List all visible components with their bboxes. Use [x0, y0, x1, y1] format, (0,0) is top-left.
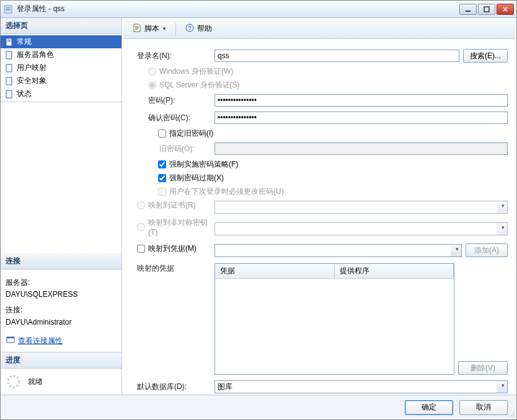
ok-button[interactable]: 确定 — [405, 400, 453, 415]
default-db-select[interactable]: 图库 — [214, 380, 508, 393]
svg-rect-2 — [6, 9, 11, 11]
svg-rect-3 — [466, 11, 471, 12]
windows-auth-radio — [148, 68, 156, 76]
window-title: 登录属性 - qss — [17, 4, 459, 14]
help-label: 帮助 — [197, 24, 212, 34]
help-button[interactable]: ? 帮助 — [181, 21, 216, 37]
mapped-cred-label: 映射的凭据 — [137, 261, 214, 375]
chevron-down-icon: ▼ — [162, 26, 167, 32]
sidebar: 选择页 常规 服务器角色 用户映射 安全对象 — [1, 18, 122, 395]
svg-text:?: ? — [188, 25, 191, 31]
default-db-label: 默认数据库(D): — [137, 382, 214, 392]
must-change-checkbox — [158, 188, 166, 196]
col-credential[interactable]: 凭据 — [215, 264, 335, 278]
svg-rect-10 — [6, 77, 12, 85]
nav-user-mapping[interactable]: 用户映射 — [1, 61, 122, 74]
map-asym-label: 映射到非对称密钥(T) — [148, 217, 214, 237]
col-provider[interactable]: 提供程序 — [335, 264, 454, 278]
map-cred-checkbox[interactable] — [137, 245, 145, 253]
page-icon — [4, 37, 14, 47]
map-cert-radio — [137, 201, 145, 209]
svg-point-14 — [8, 376, 19, 387]
old-password-label: 旧密码(O): — [137, 144, 214, 154]
script-button[interactable]: 脚本 ▼ — [128, 21, 170, 37]
progress-header: 进度 — [1, 352, 122, 369]
enforce-policy-checkbox[interactable] — [158, 160, 166, 168]
toolbar-separator — [175, 23, 176, 35]
resize-grip-icon[interactable] — [508, 411, 516, 419]
login-name-input[interactable] — [214, 50, 459, 62]
connection-value: DAYU\Administrator — [6, 317, 117, 328]
close-button[interactable] — [497, 4, 514, 15]
page-icon — [4, 50, 14, 60]
svg-rect-7 — [7, 41, 11, 42]
nav-label: 服务器角色 — [17, 50, 54, 60]
connection-label: 连接: — [6, 304, 117, 316]
sql-auth-label: SQL Server 身份验证(S) — [159, 80, 240, 90]
specify-old-password-checkbox[interactable] — [158, 129, 166, 138]
svg-rect-4 — [484, 7, 489, 12]
page-icon — [4, 76, 14, 86]
nav-status[interactable]: 状态 — [1, 87, 122, 100]
map-asym-select — [214, 222, 508, 235]
page-icon — [4, 63, 14, 73]
password-input[interactable] — [214, 94, 508, 107]
nav-label: 用户映射 — [17, 63, 46, 73]
confirm-password-input[interactable] — [214, 112, 508, 124]
page-icon — [4, 89, 14, 99]
nav-securables[interactable]: 安全对象 — [1, 74, 122, 87]
nav-label: 常规 — [17, 37, 32, 47]
table-body — [215, 279, 454, 374]
specify-old-password-label: 指定旧密码(I) — [169, 128, 213, 139]
pages-header: 选择页 — [1, 18, 122, 34]
confirm-password-label: 确认密码(C): — [137, 113, 214, 123]
map-cred-select[interactable] — [214, 244, 462, 257]
svg-rect-11 — [6, 90, 12, 98]
enforce-expire-label: 强制密码过期(X) — [169, 173, 224, 183]
old-password-input — [214, 142, 508, 155]
svg-rect-5 — [6, 38, 12, 46]
server-value: DAYU\SQLEXPRESS — [6, 289, 117, 300]
toolbar: 脚本 ▼ ? 帮助 — [123, 19, 515, 39]
map-asym-radio — [137, 223, 145, 231]
script-label: 脚本 — [144, 24, 159, 34]
nav-general[interactable]: 常规 — [1, 35, 122, 48]
map-cred-label: 映射到凭据(M) — [148, 243, 197, 254]
map-cert-label: 映射到证书(R) — [148, 200, 196, 211]
maximize-button[interactable] — [478, 4, 495, 15]
credentials-table: 凭据 提供程序 — [214, 263, 454, 375]
sql-auth-radio — [148, 81, 156, 89]
connection-header: 连接 — [1, 253, 122, 269]
add-button[interactable]: 添加(A) — [466, 243, 508, 257]
must-change-label: 用户在下次登录时必须更改密码(U) — [169, 186, 284, 197]
nav-server-roles[interactable]: 服务器角色 — [1, 48, 122, 61]
script-icon — [132, 23, 142, 35]
view-connection-props-link[interactable]: 查看连接属性 — [6, 335, 63, 348]
help-icon: ? — [185, 23, 195, 35]
enforce-policy-label: 强制实施密码策略(F) — [169, 159, 238, 170]
progress-ring-icon — [6, 374, 22, 390]
window-titlebar: 登录属性 - qss — [1, 1, 516, 18]
enforce-expire-checkbox[interactable] — [158, 174, 166, 182]
map-cert-select — [214, 201, 508, 214]
minimize-button[interactable] — [459, 4, 477, 15]
remove-button[interactable]: 删除(V) — [458, 361, 508, 375]
progress-status: 就绪 — [28, 377, 43, 387]
login-name-label: 登录名(N): — [137, 51, 214, 61]
nav-label: 安全对象 — [17, 76, 46, 86]
svg-rect-13 — [7, 337, 14, 338]
cancel-button[interactable]: 取消 — [459, 400, 508, 415]
svg-rect-8 — [6, 51, 12, 59]
windows-auth-label: Windows 身份验证(W) — [159, 66, 233, 77]
app-icon — [3, 4, 13, 14]
nav-label: 状态 — [17, 89, 32, 99]
server-label: 服务器: — [6, 277, 117, 289]
search-button[interactable]: 搜索(E)... — [463, 49, 508, 63]
dialog-footer: 确定 取消 — [1, 395, 516, 419]
link-text: 查看连接属性 — [18, 335, 63, 347]
svg-rect-1 — [6, 7, 11, 9]
svg-rect-6 — [7, 40, 11, 40]
link-icon — [6, 335, 15, 348]
svg-rect-9 — [6, 64, 12, 72]
password-label: 密码(P): — [137, 95, 214, 106]
